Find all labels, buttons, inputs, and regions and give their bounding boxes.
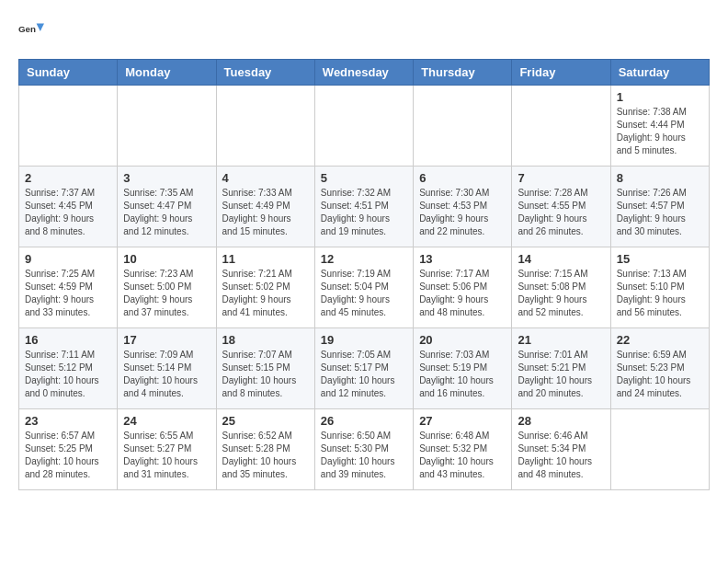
- logo-icon: Gen: [18, 18, 44, 44]
- day-info: Sunrise: 7:13 AM Sunset: 5:10 PM Dayligh…: [617, 268, 703, 319]
- day-number: 25: [222, 414, 309, 428]
- weekday-header-friday: Friday: [512, 60, 610, 86]
- day-number: 1: [617, 90, 703, 104]
- calendar-week-row: 9Sunrise: 7:25 AM Sunset: 4:59 PM Daylig…: [19, 247, 710, 328]
- calendar-day-cell: 13Sunrise: 7:17 AM Sunset: 5:06 PM Dayli…: [414, 247, 512, 328]
- day-number: 14: [518, 252, 604, 266]
- day-info: Sunrise: 7:03 AM Sunset: 5:19 PM Dayligh…: [419, 349, 506, 400]
- day-number: 5: [321, 171, 407, 185]
- day-number: 26: [321, 414, 407, 428]
- day-info: Sunrise: 7:05 AM Sunset: 5:17 PM Dayligh…: [321, 349, 407, 400]
- day-info: Sunrise: 7:23 AM Sunset: 5:00 PM Dayligh…: [123, 268, 210, 319]
- calendar-day-cell: 20Sunrise: 7:03 AM Sunset: 5:19 PM Dayli…: [414, 328, 512, 409]
- svg-marker-1: [37, 24, 44, 31]
- weekday-header-wednesday: Wednesday: [314, 60, 413, 86]
- calendar-empty-cell: [118, 86, 216, 167]
- calendar-day-cell: 11Sunrise: 7:21 AM Sunset: 5:02 PM Dayli…: [216, 247, 314, 328]
- day-info: Sunrise: 7:28 AM Sunset: 4:55 PM Dayligh…: [518, 187, 604, 238]
- calendar-day-cell: 16Sunrise: 7:11 AM Sunset: 5:12 PM Dayli…: [19, 328, 118, 409]
- day-number: 17: [123, 333, 210, 347]
- calendar-empty-cell: [414, 86, 512, 167]
- calendar-day-cell: 24Sunrise: 6:55 AM Sunset: 5:27 PM Dayli…: [118, 409, 216, 490]
- day-info: Sunrise: 7:38 AM Sunset: 4:44 PM Dayligh…: [617, 106, 703, 157]
- day-number: 6: [419, 171, 506, 185]
- day-number: 11: [222, 252, 309, 266]
- calendar-table: SundayMondayTuesdayWednesdayThursdayFrid…: [18, 59, 710, 490]
- day-info: Sunrise: 7:37 AM Sunset: 4:45 PM Dayligh…: [25, 187, 111, 238]
- calendar-empty-cell: [512, 86, 610, 167]
- day-number: 20: [419, 333, 506, 347]
- calendar-week-row: 16Sunrise: 7:11 AM Sunset: 5:12 PM Dayli…: [19, 328, 710, 409]
- calendar-day-cell: 25Sunrise: 6:52 AM Sunset: 5:28 PM Dayli…: [216, 409, 314, 490]
- day-number: 8: [617, 171, 703, 185]
- svg-text:Gen: Gen: [18, 24, 36, 34]
- day-info: Sunrise: 7:32 AM Sunset: 4:51 PM Dayligh…: [321, 187, 407, 238]
- calendar-day-cell: 23Sunrise: 6:57 AM Sunset: 5:25 PM Dayli…: [19, 409, 118, 490]
- day-info: Sunrise: 7:17 AM Sunset: 5:06 PM Dayligh…: [419, 268, 506, 319]
- calendar-empty-cell: [314, 86, 413, 167]
- day-number: 9: [25, 252, 111, 266]
- day-info: Sunrise: 6:50 AM Sunset: 5:30 PM Dayligh…: [321, 430, 407, 481]
- weekday-header-thursday: Thursday: [414, 60, 512, 86]
- day-info: Sunrise: 7:26 AM Sunset: 4:57 PM Dayligh…: [617, 187, 703, 238]
- day-info: Sunrise: 6:48 AM Sunset: 5:32 PM Dayligh…: [419, 430, 506, 481]
- day-info: Sunrise: 6:57 AM Sunset: 5:25 PM Dayligh…: [25, 430, 111, 481]
- day-number: 4: [222, 171, 309, 185]
- day-number: 2: [25, 171, 111, 185]
- calendar-day-cell: 10Sunrise: 7:23 AM Sunset: 5:00 PM Dayli…: [118, 247, 216, 328]
- calendar-day-cell: 17Sunrise: 7:09 AM Sunset: 5:14 PM Dayli…: [118, 328, 216, 409]
- day-info: Sunrise: 7:09 AM Sunset: 5:14 PM Dayligh…: [123, 349, 210, 400]
- calendar-day-cell: 18Sunrise: 7:07 AM Sunset: 5:15 PM Dayli…: [216, 328, 314, 409]
- day-info: Sunrise: 7:21 AM Sunset: 5:02 PM Dayligh…: [222, 268, 309, 319]
- day-info: Sunrise: 6:59 AM Sunset: 5:23 PM Dayligh…: [617, 349, 703, 400]
- calendar-day-cell: 4Sunrise: 7:33 AM Sunset: 4:49 PM Daylig…: [216, 167, 314, 247]
- day-info: Sunrise: 7:01 AM Sunset: 5:21 PM Dayligh…: [518, 349, 604, 400]
- day-number: 16: [25, 333, 111, 347]
- calendar-day-cell: 15Sunrise: 7:13 AM Sunset: 5:10 PM Dayli…: [610, 247, 709, 328]
- day-number: 21: [518, 333, 604, 347]
- calendar-day-cell: 22Sunrise: 6:59 AM Sunset: 5:23 PM Dayli…: [610, 328, 709, 409]
- calendar-day-cell: 27Sunrise: 6:48 AM Sunset: 5:32 PM Dayli…: [414, 409, 512, 490]
- calendar-day-cell: 9Sunrise: 7:25 AM Sunset: 4:59 PM Daylig…: [19, 247, 118, 328]
- weekday-header-row: SundayMondayTuesdayWednesdayThursdayFrid…: [19, 60, 710, 86]
- day-number: 23: [25, 414, 111, 428]
- day-number: 22: [617, 333, 703, 347]
- weekday-header-sunday: Sunday: [19, 60, 118, 86]
- day-number: 24: [123, 414, 210, 428]
- calendar-week-row: 1Sunrise: 7:38 AM Sunset: 4:44 PM Daylig…: [19, 86, 710, 167]
- day-number: 7: [518, 171, 604, 185]
- page-header: Gen: [18, 18, 710, 44]
- calendar-empty-cell: [216, 86, 314, 167]
- calendar-day-cell: 26Sunrise: 6:50 AM Sunset: 5:30 PM Dayli…: [314, 409, 413, 490]
- day-number: 3: [123, 171, 210, 185]
- calendar-week-row: 2Sunrise: 7:37 AM Sunset: 4:45 PM Daylig…: [19, 167, 710, 247]
- day-info: Sunrise: 7:07 AM Sunset: 5:15 PM Dayligh…: [222, 349, 309, 400]
- day-number: 15: [617, 252, 703, 266]
- calendar-day-cell: 8Sunrise: 7:26 AM Sunset: 4:57 PM Daylig…: [610, 167, 709, 247]
- calendar-week-row: 23Sunrise: 6:57 AM Sunset: 5:25 PM Dayli…: [19, 409, 710, 490]
- day-number: 10: [123, 252, 210, 266]
- day-info: Sunrise: 7:15 AM Sunset: 5:08 PM Dayligh…: [518, 268, 604, 319]
- calendar-empty-cell: [610, 409, 709, 490]
- day-number: 13: [419, 252, 506, 266]
- day-info: Sunrise: 7:33 AM Sunset: 4:49 PM Dayligh…: [222, 187, 309, 238]
- weekday-header-monday: Monday: [118, 60, 216, 86]
- day-info: Sunrise: 7:35 AM Sunset: 4:47 PM Dayligh…: [123, 187, 210, 238]
- day-info: Sunrise: 7:19 AM Sunset: 5:04 PM Dayligh…: [321, 268, 407, 319]
- calendar-day-cell: 14Sunrise: 7:15 AM Sunset: 5:08 PM Dayli…: [512, 247, 610, 328]
- calendar-day-cell: 19Sunrise: 7:05 AM Sunset: 5:17 PM Dayli…: [314, 328, 413, 409]
- calendar-day-cell: 3Sunrise: 7:35 AM Sunset: 4:47 PM Daylig…: [118, 167, 216, 247]
- day-number: 12: [321, 252, 407, 266]
- day-number: 19: [321, 333, 407, 347]
- weekday-header-tuesday: Tuesday: [216, 60, 314, 86]
- day-info: Sunrise: 6:55 AM Sunset: 5:27 PM Dayligh…: [123, 430, 210, 481]
- calendar-day-cell: 7Sunrise: 7:28 AM Sunset: 4:55 PM Daylig…: [512, 167, 610, 247]
- day-info: Sunrise: 7:30 AM Sunset: 4:53 PM Dayligh…: [419, 187, 506, 238]
- calendar-day-cell: 5Sunrise: 7:32 AM Sunset: 4:51 PM Daylig…: [314, 167, 413, 247]
- calendar-day-cell: 1Sunrise: 7:38 AM Sunset: 4:44 PM Daylig…: [610, 86, 709, 167]
- day-info: Sunrise: 6:46 AM Sunset: 5:34 PM Dayligh…: [518, 430, 604, 481]
- day-info: Sunrise: 6:52 AM Sunset: 5:28 PM Dayligh…: [222, 430, 309, 481]
- calendar-day-cell: 21Sunrise: 7:01 AM Sunset: 5:21 PM Dayli…: [512, 328, 610, 409]
- day-number: 27: [419, 414, 506, 428]
- calendar-day-cell: 6Sunrise: 7:30 AM Sunset: 4:53 PM Daylig…: [414, 167, 512, 247]
